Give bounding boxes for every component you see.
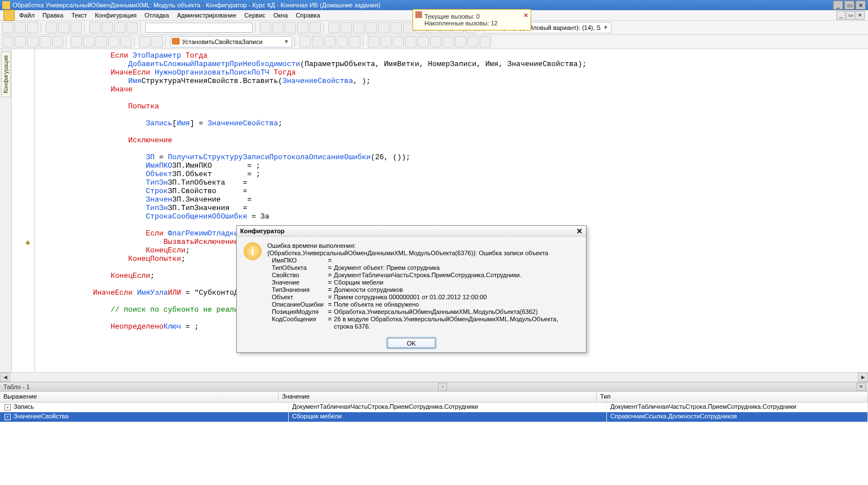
mdi-minimize[interactable]: _ (836, 11, 845, 20)
tablo-header[interactable]: Табло - 1 ▫ ✕ (0, 382, 868, 391)
menu-bar: Файл Правка Текст Конфигурация Отладка А… (0, 10, 868, 21)
tb-icon-2[interactable] (272, 22, 284, 33)
editor-hscroll[interactable]: ◀ ▶ (0, 372, 868, 382)
tablo-rows: +ЗаписьДокументТабличнаяЧастьСтрока.Прие… (0, 403, 868, 422)
separator (134, 37, 137, 47)
col-value[interactable]: Значение (279, 392, 597, 402)
tb2-icon-16[interactable] (337, 36, 348, 47)
ok-button[interactable]: OK (387, 337, 436, 349)
tb2-icon-21[interactable] (405, 36, 416, 47)
tb2-icon-18[interactable] (368, 36, 379, 47)
tb-icon-6[interactable] (328, 22, 340, 33)
scroll-left-icon[interactable]: ◀ (0, 373, 10, 382)
menu-text[interactable]: Текст (68, 11, 90, 20)
tb-print-icon[interactable] (89, 22, 101, 33)
tb-icon-9[interactable] (366, 22, 377, 33)
calls-close-icon[interactable]: ✕ (523, 12, 528, 19)
table-row[interactable]: +ЗначениеСвойстваСборщик мебелиСправочни… (0, 412, 868, 422)
tb2-icon-2[interactable] (15, 36, 26, 47)
tb2-icon-4[interactable] (40, 36, 51, 47)
tb-new-icon[interactable] (2, 22, 14, 33)
tb-open-icon[interactable] (15, 22, 26, 33)
tablo-title: Табло - 1 (3, 383, 30, 390)
tablo-pin-icon[interactable]: ▫ (438, 383, 447, 391)
tb2-icon-11[interactable] (139, 36, 150, 47)
tb-save-icon[interactable] (27, 22, 38, 33)
tb2-icon-3[interactable] (27, 36, 38, 47)
maximize-button[interactable]: ▭ (844, 1, 854, 10)
dialog-title-bar[interactable]: Конфигуратор ✕ (237, 226, 586, 237)
app-title: Обработка УниверсальныйОбменДаннымиXML: … (12, 2, 380, 8)
menu-debug[interactable]: Отладка (141, 11, 172, 20)
tb2-icon-25[interactable] (455, 36, 466, 47)
calls-icon (415, 11, 422, 18)
menu-edit[interactable]: Правка (39, 11, 67, 20)
dialog-details: ИмяПКО=ТипОбъекта=Документ объект: Прием… (267, 257, 579, 330)
tb2-icon-26[interactable] (467, 36, 479, 47)
tb-icon-5[interactable] (310, 22, 321, 33)
tb2-icon-13[interactable] (300, 36, 311, 47)
dialog-close-icon[interactable]: ✕ (576, 227, 583, 235)
tb-icon-3[interactable] (285, 22, 296, 33)
tablo-close-icon[interactable]: ✕ (857, 383, 866, 391)
tb2-icon-5[interactable] (52, 36, 63, 47)
dialog-line1: {Обработка.УниверсальныйОбменДаннымиXML.… (267, 250, 579, 257)
config-tab[interactable]: Конфигурация (1, 51, 11, 97)
menu-admin[interactable]: Администрирование (173, 11, 240, 20)
tb2-icon-17[interactable] (349, 36, 361, 47)
separator (255, 23, 258, 33)
tb2-icon-19[interactable] (380, 36, 392, 47)
expand-icon[interactable]: + (5, 404, 11, 410)
tb2-icon-15[interactable] (324, 36, 336, 47)
tb-cut-icon[interactable] (46, 22, 57, 33)
mdi-controls: _ ▭ ✕ (836, 11, 865, 20)
tb-icon-7[interactable] (341, 22, 352, 33)
separator (140, 23, 143, 33)
tb2-icon-7[interactable] (83, 36, 94, 47)
tb2-icon-27[interactable] (480, 36, 491, 47)
col-expression[interactable]: Выражение (0, 392, 279, 402)
tb2-icon-22[interactable] (418, 36, 429, 47)
close-button[interactable]: ✕ (856, 1, 866, 10)
scroll-track[interactable] (10, 373, 858, 381)
expand-icon[interactable]: + (5, 414, 11, 420)
menu-file[interactable]: Файл (16, 11, 38, 20)
tb2-icon-12[interactable] (151, 36, 163, 47)
tb2-icon-14[interactable] (312, 36, 323, 47)
tb-icon-1[interactable] (260, 22, 271, 33)
minimize-button[interactable]: _ (833, 1, 843, 10)
tb-copy-icon[interactable] (58, 22, 70, 33)
error-dialog: Конфигуратор ✕ i Ошибка времени выполнен… (236, 225, 587, 353)
proc-combo[interactable]: УстановитьСвойстваЗаписи ▾ (170, 36, 292, 47)
tb-undo-icon[interactable] (102, 22, 113, 33)
tb-icon-11[interactable] (390, 22, 402, 33)
chevron-down-icon: ▾ (285, 38, 290, 45)
menu-config[interactable]: Конфигурация (92, 11, 140, 20)
tb-icon-4[interactable] (297, 22, 309, 33)
tb2-icon-10[interactable] (120, 36, 132, 47)
menu-service[interactable]: Сервис (241, 11, 269, 20)
editor-area: Конфигурация ◆ Если ЭтоПараметр Тогда До… (0, 49, 868, 372)
tb2-icon-6[interactable] (71, 36, 82, 47)
tb-icon-8[interactable] (353, 22, 364, 33)
menu-windows[interactable]: Окна (270, 11, 292, 20)
editor-gutter[interactable]: ◆ (12, 49, 35, 372)
tb2-icon-1[interactable] (2, 36, 14, 47)
tb-icon-10[interactable] (378, 22, 389, 33)
tb-find-icon[interactable] (127, 22, 138, 33)
tb2-icon-24[interactable] (442, 36, 454, 47)
tb-search-input[interactable] (145, 23, 253, 33)
tb2-icon-23[interactable] (430, 36, 441, 47)
mdi-close[interactable]: ✕ (856, 11, 865, 20)
tb-paste-icon[interactable] (71, 22, 82, 33)
menu-help[interactable]: Справка (292, 11, 323, 20)
tb2-icon-8[interactable] (96, 36, 107, 47)
mdi-restore[interactable]: ▭ (846, 11, 855, 20)
tb2-icon-9[interactable] (108, 36, 119, 47)
table-row[interactable]: +ЗаписьДокументТабличнаяЧастьСтрока.Прие… (0, 403, 868, 412)
tb2-icon-20[interactable] (393, 36, 404, 47)
tb-redo-icon[interactable] (114, 22, 125, 33)
window-controls: _ ▭ ✕ (833, 1, 866, 10)
col-type[interactable]: Тип (597, 392, 868, 402)
scroll-right-icon[interactable]: ▶ (858, 373, 868, 382)
